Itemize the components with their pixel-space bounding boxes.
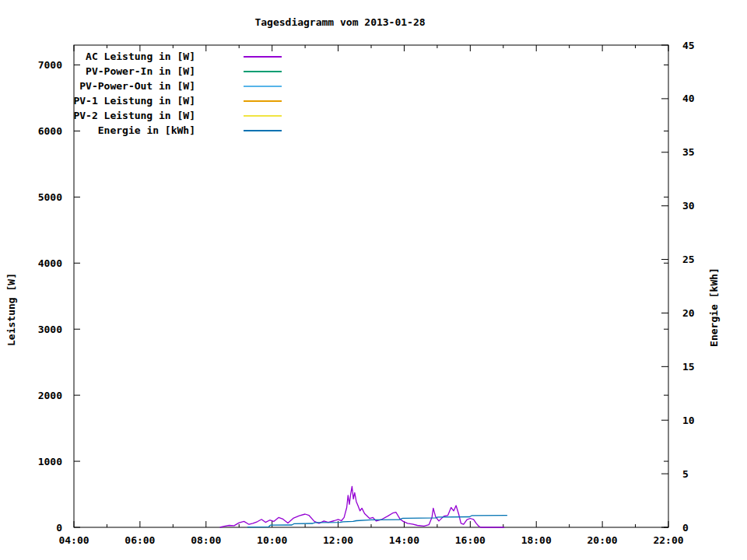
x-tick-label: 08:00 xyxy=(191,534,221,546)
x-tick-label: 16:00 xyxy=(455,534,486,546)
y1-tick-label: 5000 xyxy=(38,191,62,203)
x-tick-label: 20:00 xyxy=(587,534,618,546)
y2-tick-label: 5 xyxy=(682,468,689,480)
x-tick-label: 22:00 xyxy=(653,534,683,546)
y2-tick-label: 45 xyxy=(682,40,695,51)
x-tick-label: 10:00 xyxy=(257,534,287,546)
y1-tick-label: 1000 xyxy=(38,456,62,467)
legend-line-sample xyxy=(244,100,282,102)
legend-line-sample xyxy=(244,71,282,72)
y-axis-label: Leistung [W] xyxy=(5,273,17,346)
y2-tick-label: 10 xyxy=(682,415,695,426)
x-tick-label: 04:00 xyxy=(58,534,89,546)
legend-label: PV-Power-In in [W] xyxy=(0,64,195,79)
y1-tick-label: 3000 xyxy=(38,324,62,335)
y1-tick-label: 4000 xyxy=(38,257,62,269)
y1-tick-label: 0 xyxy=(56,522,62,534)
y2-tick-label: 20 xyxy=(682,307,695,319)
legend-item: PV-Power-Out in [W] xyxy=(0,79,327,93)
legend-line-sample xyxy=(244,56,282,58)
legend-label: AC Leistung in [W] xyxy=(0,49,195,64)
legend-label: PV-2 Leistung in [W] xyxy=(0,108,195,123)
x-tick-label: 18:00 xyxy=(521,534,552,546)
chart-title: Tagesdiagramm vom 2013-01-28 xyxy=(254,16,425,28)
legend-line-sample xyxy=(244,130,282,131)
legend-item: Energie in [kWh] xyxy=(0,123,327,138)
x-tick-label: 06:00 xyxy=(124,534,155,546)
legend-item: AC Leistung in [W] xyxy=(0,49,327,64)
y2-tick-label: 15 xyxy=(682,361,695,373)
legend-line-sample xyxy=(244,115,282,117)
legend-line-sample xyxy=(244,86,282,87)
x-tick-label: 14:00 xyxy=(389,534,419,546)
legend-item: PV-2 Leistung in [W] xyxy=(0,108,327,123)
y2-tick-label: 35 xyxy=(682,146,695,158)
y1-tick-label: 2000 xyxy=(38,390,62,401)
legend-label: PV-Power-Out in [W] xyxy=(0,79,195,93)
y2-tick-label: 25 xyxy=(682,254,695,265)
legend-item: PV-1 Leistung in [W] xyxy=(0,93,327,108)
series-line-y1 xyxy=(220,486,504,527)
x-tick-label: 12:00 xyxy=(323,534,353,546)
daily-pv-chart: 04:0006:0008:0010:0012:0014:0016:0018:00… xyxy=(0,0,747,560)
y2-tick-label: 40 xyxy=(682,93,695,104)
y2-axis-label: Energie [kWh] xyxy=(708,268,720,347)
y2-tick-label: 0 xyxy=(682,522,689,534)
y2-tick-label: 30 xyxy=(682,200,695,212)
legend-label: Energie in [kWh] xyxy=(0,123,195,138)
legend-item: PV-Power-In in [W] xyxy=(0,64,327,79)
legend-label: PV-1 Leistung in [W] xyxy=(0,93,195,108)
